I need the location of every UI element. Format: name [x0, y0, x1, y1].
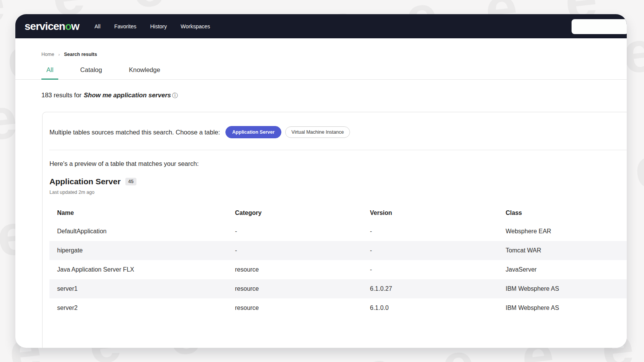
logo-text-end: w — [71, 20, 79, 32]
table-header-row: Name Category Version Class — [49, 204, 627, 222]
column-header-name: Name — [57, 210, 235, 216]
column-header-class: Class — [506, 210, 627, 216]
cell-name: hipergate — [57, 247, 235, 254]
nav-menu: All Favorites History Workspaces — [95, 23, 210, 29]
cell-category: resource — [235, 305, 370, 311]
breadcrumb-current: Search results — [64, 52, 97, 57]
table-row[interactable]: Java Application Server FLX resource - J… — [49, 260, 627, 279]
logo-text: servicen — [25, 20, 65, 32]
cell-class: IBM Websphere AS — [506, 285, 627, 292]
cell-name: DefaultApplication — [57, 228, 235, 235]
preview-caption: Here's a preview of a table that matches… — [49, 160, 627, 167]
search-input[interactable] — [572, 19, 627, 34]
table-chooser-row: Multiple tables sources matched this sea… — [49, 126, 627, 138]
table-preview-card: Multiple tables sources matched this sea… — [42, 112, 627, 348]
nav-item-workspaces[interactable]: Workspaces — [181, 23, 210, 29]
breadcrumb-separator-icon: › — [58, 52, 60, 57]
cell-category: - — [235, 247, 370, 254]
logo-accent-letter: o — [65, 20, 71, 32]
table-chooser-label: Multiple tables sources matched this sea… — [49, 129, 220, 136]
cell-name: Java Application Server FLX — [57, 266, 235, 273]
search-query-text: Show me application servers — [84, 92, 171, 99]
cell-class: IBM Websphere AS — [506, 305, 627, 311]
table-row[interactable]: server2 resource 6.1.0.0 IBM Websphere A… — [49, 298, 627, 318]
servicenow-logo[interactable]: servicenow — [25, 20, 79, 33]
cell-category: - — [235, 228, 370, 235]
info-icon[interactable]: ⓘ — [172, 92, 178, 98]
results-summary: 183 results for Show me application serv… — [41, 92, 627, 99]
cell-class: Tomcat WAR — [506, 247, 627, 254]
cell-version: - — [370, 228, 506, 235]
pill-virtual-machine-instance[interactable]: Virtual Machine Instance — [285, 126, 350, 138]
last-updated-text: Last updated 2m ago — [49, 190, 627, 195]
tab-knowledge[interactable]: Knowledge — [124, 66, 165, 79]
breadcrumb-home-link[interactable]: Home — [41, 52, 54, 57]
application-server-table: Name Category Version Class DefaultAppli… — [49, 204, 627, 318]
table-title-row: Application Server 45 — [49, 177, 627, 186]
cell-class: JavaServer — [506, 266, 627, 273]
pill-application-server[interactable]: Application Server — [225, 126, 281, 138]
cell-version: - — [370, 266, 506, 273]
cell-version: 6.1.0.0 — [370, 305, 506, 311]
table-row[interactable]: DefaultApplication - - Websphere EAR — [49, 222, 627, 241]
app-window: servicenow All Favorites History Workspa… — [15, 14, 627, 348]
table-row[interactable]: hipergate - - Tomcat WAR — [49, 241, 627, 260]
cell-name: server2 — [57, 305, 235, 311]
cell-category: resource — [235, 266, 370, 273]
cell-version: 6.1.0.27 — [370, 285, 506, 292]
nav-item-favorites[interactable]: Favorites — [114, 23, 136, 29]
cell-version: - — [370, 247, 506, 254]
cell-class: Websphere EAR — [506, 228, 627, 235]
main-content: Home › Search results All Catalog Knowle… — [15, 52, 627, 348]
card-divider — [49, 150, 627, 150]
tab-all[interactable]: All — [41, 66, 58, 79]
table-title: Application Server — [49, 177, 121, 186]
nav-item-all[interactable]: All — [95, 23, 101, 29]
top-nav: servicenow All Favorites History Workspa… — [15, 14, 627, 38]
cell-category: resource — [235, 285, 370, 292]
breadcrumb: Home › Search results — [41, 52, 627, 57]
tab-bar: All Catalog Knowledge — [15, 66, 627, 80]
nav-item-history[interactable]: History — [150, 23, 167, 29]
cell-name: server1 — [57, 285, 235, 292]
column-header-category: Category — [235, 210, 370, 216]
results-count-text: 183 results for — [41, 92, 82, 99]
table-row[interactable]: server1 resource 6.1.0.27 IBM Websphere … — [49, 279, 627, 298]
tab-catalog[interactable]: Catalog — [75, 66, 107, 79]
result-count-badge: 45 — [125, 178, 137, 185]
column-header-version: Version — [370, 210, 506, 216]
